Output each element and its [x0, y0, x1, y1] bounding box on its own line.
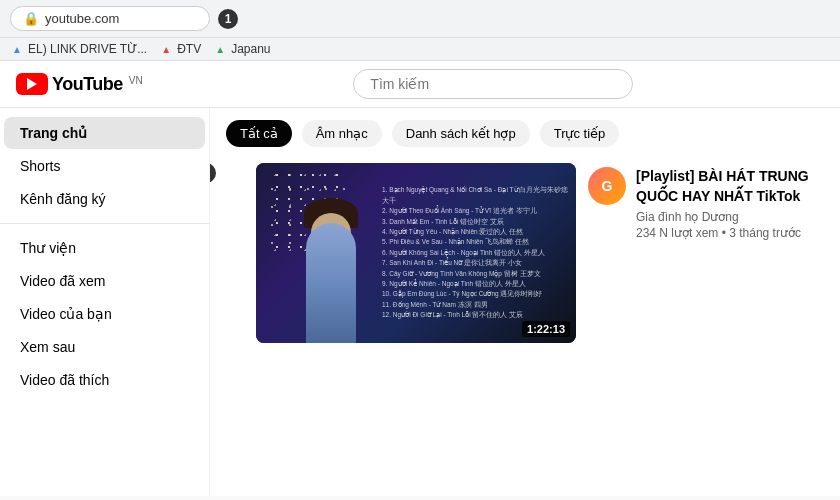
youtube-sidebar: Trang chủ Shorts Kênh đăng ký Thư viện V…: [0, 108, 210, 496]
chip-music[interactable]: Âm nhạc: [302, 120, 382, 147]
channel-name[interactable]: Gia đình họ Dương: [636, 210, 824, 224]
duration-badge: 1:22:13: [522, 321, 570, 337]
sidebar-item-history[interactable]: Video đã xem: [4, 265, 205, 297]
video-thumbnail[interactable]: 1. Bạch Nguyệt Quang & Nối Chơi Sa - Đại…: [256, 163, 576, 343]
sidebar-item-liked[interactable]: Video đã thích: [4, 364, 205, 396]
bookmark-dtv[interactable]: ▲ ĐTV: [159, 42, 201, 56]
address-bar[interactable]: 🔒 youtube.com: [10, 6, 210, 31]
bookmarks-bar: ▲ EL) LINK DRIVE TỪ... ▲ ĐTV ▲ Japanu: [0, 37, 840, 60]
bookmark-link-drive[interactable]: ▲ EL) LINK DRIVE TỪ...: [10, 42, 147, 56]
sidebar-divider: [0, 223, 209, 224]
video-details: [Playlist] BÀI HÁT TRUNG QUỐC HAY NHẤT T…: [636, 167, 824, 240]
chip-playlist[interactable]: Danh sách kết hợp: [392, 120, 530, 147]
bookmark-link-drive-label: EL) LINK DRIVE TỪ...: [28, 42, 147, 56]
sidebar-liked-label: Video đã thích: [20, 372, 109, 388]
sidebar-shorts-label: Shorts: [20, 158, 60, 174]
japanu-icon: ▲: [213, 42, 227, 56]
video-info: G [Playlist] BÀI HÁT TRUNG QUỐC HAY NHẤT…: [588, 163, 824, 343]
sidebar-item-subscriptions[interactable]: Kênh đăng ký: [4, 183, 205, 215]
channel-avatar[interactable]: G: [588, 167, 626, 205]
youtube-logo-icon: [16, 73, 48, 95]
youtube-content: Tất cả Âm nhạc Danh sách kết hợp Trực ti…: [210, 108, 840, 496]
sidebar-item-home[interactable]: Trang chủ: [4, 117, 205, 149]
channel-row: G [Playlist] BÀI HÁT TRUNG QUỐC HAY NHẤT…: [588, 167, 824, 240]
video-card: 2 1. Bạch Nguyệt Q: [226, 163, 824, 343]
browser-chrome: 🔒 youtube.com 1 ▲ EL) LINK DRIVE TỪ... ▲…: [0, 0, 840, 61]
lock-icon: 🔒: [23, 11, 39, 26]
sidebar-item-watch-later[interactable]: Xem sau: [4, 331, 205, 363]
sidebar-item-your-videos[interactable]: Video của bạn: [4, 298, 205, 330]
youtube-page: YouTube VN Trang chủ Shorts Kênh đăng ký…: [0, 61, 840, 496]
youtube-main: Trang chủ Shorts Kênh đăng ký Thư viện V…: [0, 108, 840, 496]
youtube-logo[interactable]: YouTube VN: [16, 73, 143, 95]
youtube-header: YouTube VN: [0, 61, 840, 108]
youtube-region: VN: [129, 75, 143, 86]
dtv-icon: ▲: [159, 42, 173, 56]
sidebar-home-label: Trang chủ: [20, 125, 87, 141]
sidebar-item-library[interactable]: Thư viện: [4, 232, 205, 264]
sidebar-subscriptions-label: Kênh đăng ký: [20, 191, 106, 207]
anime-figure: [286, 193, 376, 343]
url-text: youtube.com: [45, 11, 119, 26]
drive-icon: ▲: [10, 42, 24, 56]
chip-all[interactable]: Tất cả: [226, 120, 292, 147]
youtube-logo-text: YouTube: [52, 74, 123, 95]
avatar-initial: G: [602, 178, 613, 194]
badge-2: 2: [210, 163, 216, 183]
sidebar-library-label: Thư viện: [20, 240, 76, 256]
address-bar-row: 🔒 youtube.com 1: [0, 0, 840, 37]
video-meta: 234 N lượt xem • 3 tháng trước: [636, 226, 824, 240]
sidebar-history-label: Video đã xem: [20, 273, 105, 289]
badge-1: 1: [218, 9, 238, 29]
chip-live[interactable]: Trực tiếp: [540, 120, 620, 147]
thumbnail-playlist-text: 1. Bạch Nguyệt Quang & Nối Chơi Sa - Đại…: [376, 177, 576, 328]
sidebar-item-shorts[interactable]: Shorts: [4, 150, 205, 182]
video-title[interactable]: [Playlist] BÀI HÁT TRUNG QUỐC HAY NHẤT T…: [636, 167, 824, 206]
sidebar-watch-later-label: Xem sau: [20, 339, 75, 355]
bookmark-japanu[interactable]: ▲ Japanu: [213, 42, 270, 56]
filter-chips: Tất cả Âm nhạc Danh sách kết hợp Trực ti…: [226, 120, 824, 147]
bookmark-dtv-label: ĐTV: [177, 42, 201, 56]
search-area: [163, 69, 824, 99]
figure-body: [306, 223, 356, 343]
sidebar-your-videos-label: Video của bạn: [20, 306, 112, 322]
search-input[interactable]: [353, 69, 633, 99]
bookmark-japanu-label: Japanu: [231, 42, 270, 56]
thumbnail-background: 1. Bạch Nguyệt Quang & Nối Chơi Sa - Đại…: [256, 163, 576, 343]
